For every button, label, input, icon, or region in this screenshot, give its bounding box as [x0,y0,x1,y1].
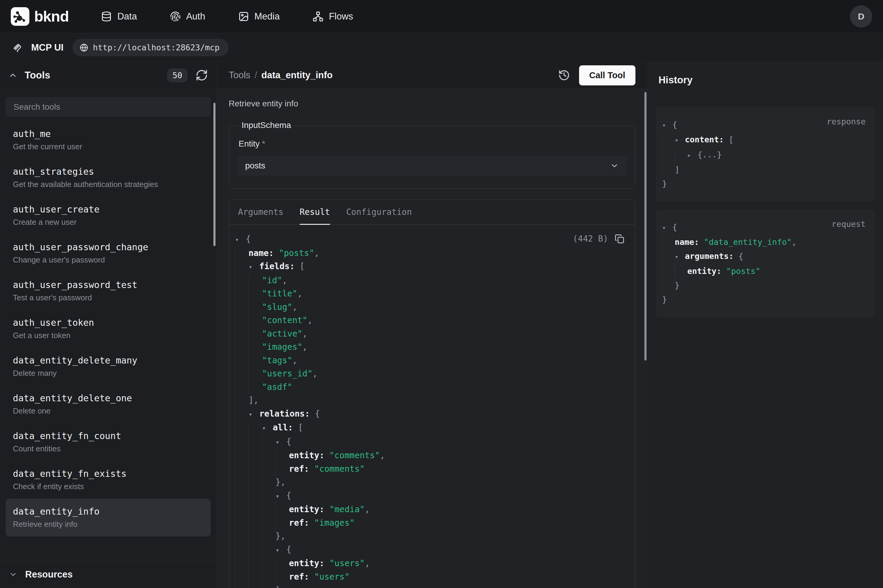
tools-title: Tools [25,69,50,81]
json-punctuation: { [286,436,291,447]
tool-item-data_entity_delete_many[interactable]: data_entity_delete_manyDelete many [6,348,211,386]
indent-guide [249,327,262,341]
indent-guide [249,435,262,449]
json-line: name: "posts", [235,247,624,260]
json-string-value: "images" [262,342,303,352]
history-title: History [658,74,693,86]
call-tool-button[interactable]: Call Tool [579,65,636,86]
json-line: name: "data_entity_info", [662,235,866,249]
user-avatar[interactable]: D [850,5,872,28]
json-line: ▾fields: [ [235,260,624,274]
json-key: name: [249,248,279,258]
collapse-caret-icon[interactable]: ▾ [235,233,246,247]
indent-guide [262,435,276,449]
indent-guide [235,327,249,341]
nav-item-label: Data [117,11,137,22]
collapse-caret-icon[interactable]: ▾ [262,422,273,435]
history-card-response[interactable]: response▾{▾content: [▸{...}]} [655,107,875,201]
collapse-caret-icon[interactable]: ▾ [662,221,672,235]
indent-guide [235,476,249,489]
tool-desc: Count entities [13,444,204,453]
tab-configuration[interactable]: Configuration [346,200,412,225]
nav-item-auth[interactable]: Auth [170,11,205,22]
nav-item-flows[interactable]: Flows [313,11,353,22]
search-input[interactable] [6,97,211,117]
collapse-caret-icon[interactable]: ▾ [249,260,259,274]
indent-guide [276,462,289,476]
chevron-up-icon[interactable] [8,71,17,80]
tool-name: data_entity_delete_one [13,393,204,404]
mcp-icon [12,42,22,53]
tab-arguments[interactable]: Arguments [238,200,283,225]
main-scrollbar[interactable] [645,92,646,360]
collapse-caret-icon[interactable]: ▾ [276,490,286,503]
collapse-caret-icon[interactable]: ▾ [276,436,286,449]
history-card-request[interactable]: request▾{name: "data_entity_info",▾argum… [655,210,875,317]
collapse-caret-icon[interactable]: ▾ [662,118,672,132]
nav-item-media[interactable]: Media [238,11,280,22]
indent-guide [249,449,262,462]
json-string-value: "users_id" [262,369,313,378]
tool-item-auth_user_token[interactable]: auth_user_tokenGet a user token [6,310,211,348]
tool-item-auth_user_password_test[interactable]: auth_user_password_testTest a user's pas… [6,272,211,310]
tool-item-auth_strategies[interactable]: auth_strategiesGet the available authent… [6,159,211,196]
history-icon[interactable] [558,69,570,81]
indent-guide [675,264,687,278]
nav-item-label: Flows [329,11,353,22]
tool-name: auth_user_password_test [13,280,204,290]
entity-select[interactable]: posts [237,156,627,176]
history-card-label: request [832,219,866,229]
collapse-caret-icon[interactable]: ▾ [675,134,685,147]
json-line: } [235,584,624,588]
json-punctuation: { [286,490,291,501]
expand-caret-icon[interactable]: ▸ [687,148,697,162]
mcp-url: http://localhost:28623/mcp [93,43,220,52]
indent-guide [235,449,249,462]
indent-guide [249,584,262,588]
indent-guide [249,543,262,557]
json-punctuation: ], [249,395,259,405]
breadcrumb-tools[interactable]: Tools [229,70,250,81]
tool-item-data_entity_fn_exists[interactable]: data_entity_fn_existsCheck if entity exi… [6,461,211,499]
tool-item-auth_user_password_change[interactable]: auth_user_password_changeChange a user's… [6,234,211,272]
refresh-icon[interactable] [195,69,208,81]
copy-icon[interactable] [615,234,624,244]
collapse-caret-icon[interactable]: ▾ [675,250,685,264]
result-container: ArgumentsResultConfiguration (442 B) ▾{n… [229,199,636,588]
sidebar-scrollbar[interactable] [213,103,216,246]
resources-section[interactable]: Resources [0,560,216,588]
tool-item-auth_user_create[interactable]: auth_user_createCreate a new user [6,196,211,234]
json-comma: , [303,329,307,339]
tool-item-auth_me[interactable]: auth_meGet the current user [6,121,211,159]
tab-result[interactable]: Result [300,200,330,225]
tool-item-data_entity_delete_one[interactable]: data_entity_delete_oneDelete one [6,386,211,423]
indent-guide [262,543,276,557]
json-key: relations: [259,409,315,418]
indent-guide [262,449,276,462]
breadcrumb: Tools / data_entity_info [229,70,333,81]
json-comma: , [313,369,318,378]
mcp-url-pill[interactable]: http://localhost:28623/mcp [72,39,229,56]
indent-guide [249,421,262,435]
indent-guide [249,301,262,314]
tool-item-data_entity_fn_count[interactable]: data_entity_fn_countCount entities [6,423,211,461]
indent-guide [249,367,262,381]
indent-guide [675,147,687,162]
indent-guide [662,264,675,278]
collapse-caret-icon[interactable]: ▾ [276,544,286,557]
tool-name: data_entity_fn_exists [13,468,204,479]
tool-item-data_entity_info[interactable]: data_entity_infoRetrieve entity info [6,499,211,537]
bknd-logo[interactable]: bknd [11,7,69,26]
tool-desc: Retrieve entity info [13,520,204,529]
tool-name: auth_me [13,129,204,139]
json-punctuation: { [286,544,291,554]
entity-field-label: Entity* [238,139,627,148]
json-line: "title", [235,287,624,301]
json-key: entity: [289,450,330,460]
nav-item-data[interactable]: Data [101,11,137,22]
json-key: fields: [259,261,300,271]
collapse-caret-icon[interactable]: ▾ [249,408,259,422]
json-comma: , [297,289,303,298]
tool-detail-header: Tools / data_entity_info Call Tool [217,62,648,89]
tool-description: Retrieve entity info [229,99,636,108]
